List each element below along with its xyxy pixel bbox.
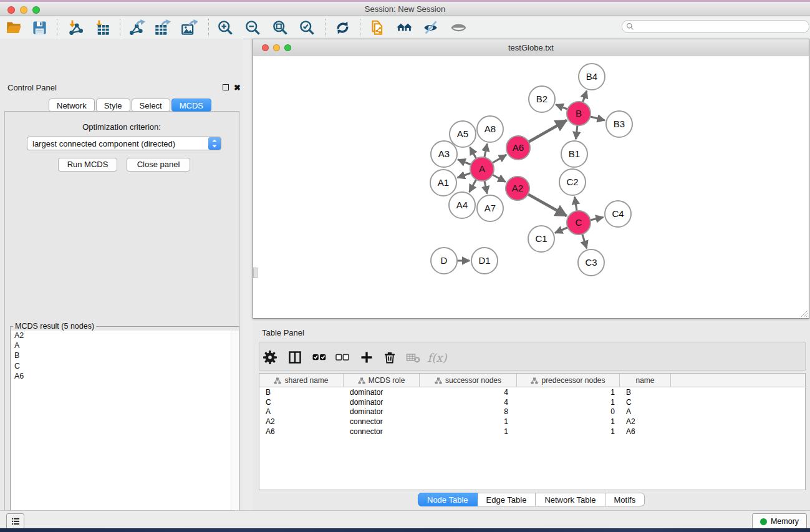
tab-style[interactable]: Style [96,99,130,112]
table-body: Bdominator41BCdominator41CAdominator80AA… [259,387,805,436]
resize-grip-icon[interactable] [799,309,808,317]
svg-text:A7: A7 [485,203,496,213]
import-network-icon[interactable] [65,18,85,37]
result-item[interactable]: A2 [11,331,231,341]
node-B2[interactable]: B2 [529,86,555,112]
network-window-titlebar[interactable]: testGlobe.txt [253,39,809,56]
search-field[interactable] [622,20,809,33]
result-item[interactable]: C [11,361,231,371]
node-A5[interactable]: A5 [450,121,476,147]
node-B3[interactable]: B3 [606,111,632,137]
node-A7[interactable]: A7 [477,195,503,221]
houses-icon[interactable] [394,18,414,37]
criterion-dropdown[interactable]: largest connected component (directed) [27,137,221,150]
tab-network-table[interactable]: Network Table [536,493,605,506]
run-mcds-button[interactable]: Run MCDS [58,158,117,172]
node-A3[interactable]: A3 [431,141,457,167]
column-header-predecessor-nodes[interactable]: predecessor nodes [517,374,620,387]
table-row[interactable]: Cdominator41C [259,397,805,407]
node-B[interactable]: B [567,102,591,125]
node-A6[interactable]: A6 [506,136,530,160]
node-C3[interactable]: C3 [578,249,604,276]
node-D1[interactable]: D1 [471,248,498,274]
node-A8[interactable]: A8 [477,116,503,142]
export-table-icon[interactable] [152,18,172,37]
deselect-all-icon[interactable] [333,349,352,366]
document-network-icon[interactable] [368,18,388,37]
node-C2[interactable]: C2 [559,169,586,195]
network-graph-canvas[interactable]: B4B2BB3A5A8A6B1A3AC2A1A2A4A7CC4C1C3DD1 [253,56,809,318]
svg-text:C1: C1 [535,233,547,244]
node-B1[interactable]: B1 [561,141,587,167]
svg-text:C4: C4 [612,208,624,219]
import-table-icon[interactable] [92,18,112,37]
table-cell: 1 [517,427,620,436]
window-title: Session: New Session [0,4,810,14]
svg-text:D1: D1 [478,255,490,266]
dropdown-stepper-icon[interactable] [208,137,221,150]
window-titlebar[interactable]: Session: New Session [0,2,810,16]
export-image-icon[interactable] [179,18,199,37]
table-row[interactable]: A6connector11A6 [259,427,805,437]
table-cell: 1 [517,417,620,426]
gear-icon[interactable] [261,349,279,366]
task-history-button[interactable] [6,513,24,530]
add-column-icon[interactable] [357,349,376,366]
table-header-row: shared nameMCDS rolesuccessor nodesprede… [259,374,805,387]
delete-column-icon[interactable] [380,349,399,366]
zoom-fit-icon[interactable] [270,18,290,37]
result-item[interactable]: A [11,341,231,351]
search-input[interactable] [634,21,809,32]
result-item[interactable]: B [11,351,231,360]
result-scrollbar[interactable] [231,331,239,532]
tab-select[interactable]: Select [132,99,170,112]
open-file-icon[interactable] [4,18,24,37]
svg-text:C2: C2 [566,177,578,187]
zoom-in-icon[interactable] [215,18,235,37]
result-item[interactable]: A6 [11,371,231,381]
tab-node-table[interactable]: Node Table [418,493,478,506]
node-C1[interactable]: C1 [528,226,554,252]
column-header-successor-nodes[interactable]: successor nodes [420,374,517,387]
eye-slash-icon[interactable] [420,18,440,37]
close-panel-button[interactable]: Close panel [127,158,190,172]
node-A1[interactable]: A1 [430,170,456,196]
list-icon [10,516,21,527]
table-row[interactable]: Bdominator41B [259,387,805,397]
split-columns-icon[interactable] [286,349,304,366]
node-C4[interactable]: C4 [605,201,631,227]
memory-button[interactable]: Memory [752,513,807,530]
zoom-out-icon[interactable] [243,18,263,37]
save-session-icon[interactable] [29,18,49,37]
close-panel-icon[interactable]: ✖ [234,84,241,92]
column-header-shared-name[interactable]: shared name [259,374,344,387]
eye-icon[interactable] [448,18,468,37]
svg-text:C3: C3 [585,257,597,268]
table-row[interactable]: A2connector11A2 [259,417,805,427]
control-panel-tabs: NetworkStyleSelectMCDS [49,99,213,112]
tab-motifs[interactable]: Motifs [605,493,645,506]
column-header-MCDS-role[interactable]: MCDS role [344,374,420,387]
node-B4[interactable]: B4 [579,64,605,90]
node-D[interactable]: D [431,248,457,274]
export-network-icon[interactable] [127,18,147,37]
node-A2[interactable]: A2 [506,177,529,200]
node-table: shared nameMCDS rolesuccessor nodesprede… [259,373,806,490]
node-A4[interactable]: A4 [449,192,475,218]
table-row[interactable]: Adominator80A [259,407,805,417]
node-C[interactable]: C [567,211,591,235]
table-cell: 4 [420,398,517,407]
refresh-layout-icon[interactable] [332,18,352,37]
zoom-selected-icon[interactable] [297,18,317,37]
float-panel-icon[interactable] [223,84,229,90]
node-A[interactable]: A [470,157,494,181]
mcds-result-list[interactable]: A2ABCA6 [11,331,231,532]
tab-edge-table[interactable]: Edge Table [478,493,536,506]
select-all-icon[interactable] [310,349,329,366]
splitter-grip[interactable] [253,268,258,278]
network-window-title: testGlobe.txt [253,43,809,52]
column-label: successor nodes [445,376,501,385]
tab-network[interactable]: Network [49,99,95,112]
tab-mcds[interactable]: MCDS [171,99,211,112]
column-header-name[interactable]: name [620,374,671,387]
